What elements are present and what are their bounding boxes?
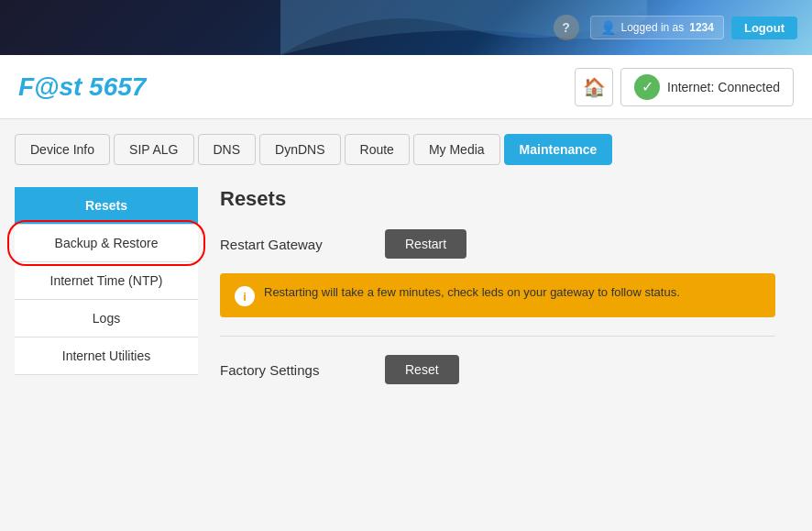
factory-label: Factory Settings: [220, 362, 367, 378]
brand-title: F@st 5657: [18, 72, 146, 102]
home-icon: 🏠: [583, 76, 606, 98]
sidebar-item-internet-utilities[interactable]: Internet Utilities: [15, 337, 198, 375]
divider: [220, 336, 775, 337]
reset-button[interactable]: Reset: [385, 355, 459, 384]
alert-box: i Restarting will take a few minutes, ch…: [220, 273, 775, 317]
logout-button[interactable]: Logout: [731, 17, 797, 39]
header-bar: ? 👤 Logged in as 1234 Logout: [0, 0, 812, 55]
section-title: Resets: [220, 187, 775, 211]
left-sidebar: Resets Backup & Restore Internet Time (N…: [15, 187, 198, 384]
tab-sip-alg[interactable]: SIP ALG: [114, 134, 193, 165]
tab-bar: Device Info SIP ALG DNS DynDNS Route My …: [15, 134, 797, 169]
sub-header: F@st 5657 🏠 ✓ Internet: Connected: [0, 55, 812, 119]
alert-text: Restarting will take a few minutes, chec…: [264, 284, 680, 301]
wave-decoration: [280, 0, 647, 55]
tab-dyndns[interactable]: DynDNS: [259, 134, 340, 165]
sub-header-right: 🏠 ✓ Internet: Connected: [575, 68, 794, 106]
sidebar-item-internet-time[interactable]: Internet Time (NTP): [15, 262, 198, 300]
home-button[interactable]: 🏠: [575, 68, 613, 106]
internet-status-box: ✓ Internet: Connected: [620, 68, 794, 106]
sidebar-item-logs[interactable]: Logs: [15, 300, 198, 337]
content-layout: Resets Backup & Restore Internet Time (N…: [15, 187, 797, 384]
alert-info-icon: i: [235, 286, 255, 306]
sidebar-item-resets[interactable]: Resets: [15, 187, 198, 225]
main-content: Device Info SIP ALG DNS DynDNS Route My …: [0, 119, 812, 531]
internet-status-label: Internet: Connected: [667, 80, 780, 94]
tab-maintenance[interactable]: Maintenance: [504, 134, 613, 165]
restart-row: Restart Gateway Restart: [220, 229, 775, 259]
restart-label: Restart Gateway: [220, 237, 367, 252]
sidebar-item-backup-restore[interactable]: Backup & Restore: [15, 225, 198, 262]
factory-row: Factory Settings Reset: [220, 355, 775, 384]
restart-button[interactable]: Restart: [385, 229, 466, 259]
tab-dns[interactable]: DNS: [198, 134, 257, 165]
tab-my-media[interactable]: My Media: [413, 134, 500, 165]
status-connected-icon: ✓: [634, 74, 660, 100]
right-content: Resets Restart Gateway Restart i Restart…: [198, 187, 797, 384]
tab-device-info[interactable]: Device Info: [15, 134, 110, 165]
tab-route[interactable]: Route: [345, 134, 410, 165]
